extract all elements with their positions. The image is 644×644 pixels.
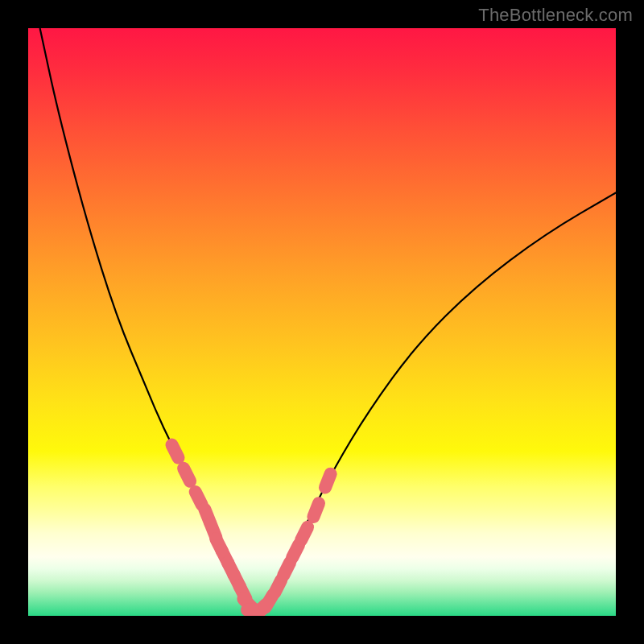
- highlight-marker: [283, 563, 290, 576]
- highlight-marker: [313, 503, 319, 517]
- curve-layer: [28, 28, 616, 616]
- watermark-text: TheBottleneck.com: [478, 5, 633, 26]
- curve-right-branch: [263, 192, 616, 609]
- chart-frame: TheBottleneck.com: [0, 0, 644, 644]
- plot-area: [28, 28, 616, 616]
- highlight-markers: [172, 445, 331, 616]
- curve-left-branch: [40, 28, 249, 610]
- highlight-marker: [292, 545, 299, 558]
- highlight-marker: [196, 492, 202, 505]
- highlight-marker: [172, 445, 179, 458]
- highlight-marker: [275, 580, 281, 593]
- highlight-marker: [301, 527, 308, 540]
- highlight-marker: [184, 469, 190, 481]
- highlight-marker: [325, 474, 331, 488]
